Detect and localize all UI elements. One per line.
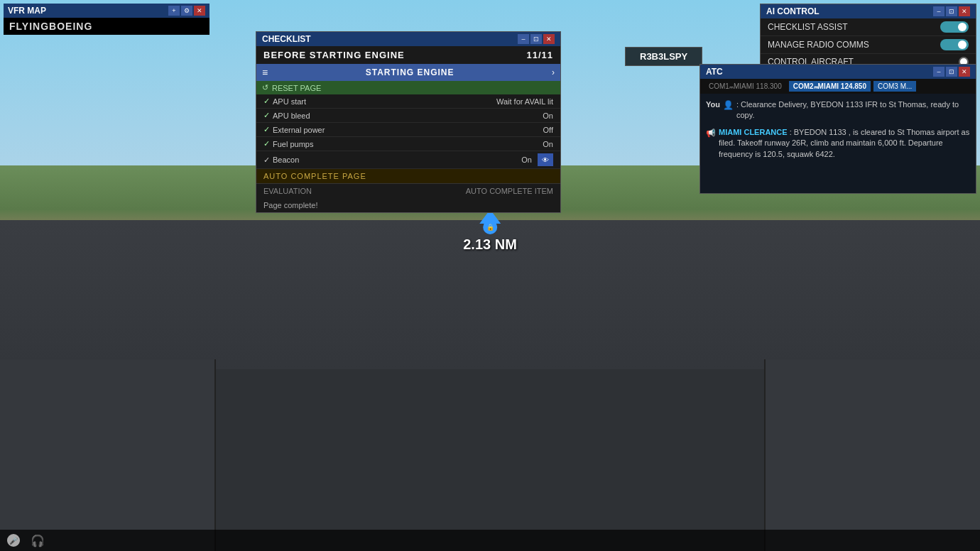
branding-bar: FLYINGBOEING — [4, 18, 209, 35]
item-name-ext-power: External power — [273, 126, 325, 134]
check-icon-fuel-pumps: ✓ — [263, 139, 270, 148]
com1-button[interactable]: COM1ₘMIAMI 118.300 — [704, 81, 786, 92]
atc-message-atc: 📢 MIAMI CLERANCE : BYEDON 1133 , is clea… — [706, 127, 970, 160]
cockpit-center-panel — [216, 369, 765, 551]
reset-icon: ↺ — [262, 83, 268, 92]
evaluation-label: EVALUATION — [263, 187, 312, 195]
cockpit-left-panel — [0, 359, 216, 551]
section-nav-arrow: › — [552, 67, 555, 77]
callsign-text: R3B3LSPY — [640, 51, 687, 62]
item-value-fuel-pumps: On — [543, 140, 553, 148]
cockpit-interior — [0, 220, 980, 551]
vfr-titlebar-controls: + ⚙ ✕ — [168, 6, 205, 16]
eye-icon-beacon[interactable]: 👁 — [538, 153, 553, 166]
item-value-apu-start: Wait for AVAIL lit — [496, 97, 553, 106]
checklist-page-progress: 11/11 — [526, 50, 553, 60]
checklist-section-nav[interactable]: ≡ STARTING ENGINE › — [256, 64, 560, 81]
atc-titlebar: ATC – ⊡ ✕ — [700, 65, 976, 79]
com2-button[interactable]: COM2ₘMIAMI 124.850 — [789, 81, 871, 92]
checklist-item-fuel-pumps[interactable]: ✓ Fuel pumps On — [256, 137, 560, 151]
vfr-map-window: VFR MAP + ⚙ ✕ FLYINGBOEING — [4, 4, 209, 35]
auto-complete-page-label: AUTO COMPLETE PAGE — [263, 172, 366, 180]
vfr-close-button[interactable]: ✕ — [194, 6, 205, 16]
atc-radio-bar: COM1ₘMIAMI 118.300 COM2ₘMIAMI 124.850 CO… — [700, 79, 976, 94]
atc-message-user: You 👤 : Clearance Delivery, BYEDON 1133 … — [706, 99, 970, 121]
vfr-title: VFR MAP — [8, 6, 46, 16]
status-bar: 🎤 🎧 — [0, 530, 980, 551]
checklist-assist-toggle[interactable] — [940, 21, 969, 33]
ai-checklist-assist-label: CHECKLIST ASSIST — [768, 22, 847, 32]
distance-value: 2.13 NM — [463, 236, 517, 253]
checklist-titlebar: CHECKLIST – ⊡ ✕ — [256, 32, 560, 46]
check-icon-beacon: ✓ — [263, 156, 270, 165]
headphone-icon[interactable]: 🎧 — [31, 534, 45, 547]
section-name: STARTING ENGINE — [268, 67, 552, 77]
checklist-page-name: BEFORE STARTING ENGINE — [263, 50, 405, 60]
atc-speaker-label: MIAMI CLERANCE — [719, 128, 788, 136]
ai-maximize-button[interactable]: ⊡ — [946, 6, 957, 16]
manage-radio-toggle[interactable] — [940, 39, 969, 50]
checklist-window: CHECKLIST – ⊡ ✕ BEFORE STARTING ENGINE 1… — [256, 31, 561, 213]
auto-complete-item-label: AUTO COMPLETE ITEM — [466, 187, 553, 195]
vfr-add-button[interactable]: + — [168, 6, 180, 16]
atc-maximize-button[interactable]: ⊡ — [946, 67, 957, 77]
callsign-box: R3B3LSPY — [625, 47, 702, 66]
toggle-circle-icon2 — [958, 40, 967, 49]
checklist-item-ext-power[interactable]: ✓ External power Off — [256, 123, 560, 137]
ai-minimize-button[interactable]: – — [933, 6, 944, 16]
atc-title: ATC — [706, 67, 723, 77]
atc-messages: You 👤 : Clearance Delivery, BYEDON 1133 … — [700, 94, 976, 193]
checklist-page-header: BEFORE STARTING ENGINE 11/11 — [256, 46, 560, 64]
auto-complete-page-button[interactable]: AUTO COMPLETE PAGE — [256, 169, 560, 183]
megaphone-icon: 📢 — [706, 128, 716, 138]
atc-window: ATC – ⊡ ✕ COM1ₘMIAMI 118.300 COM2ₘMIAMI … — [699, 64, 976, 194]
ai-control-window: AI CONTROL – ⊡ ✕ CHECKLIST ASSIST MANAGE… — [760, 4, 976, 71]
ai-checklist-assist-row: CHECKLIST ASSIST — [761, 18, 976, 36]
item-name-apu-start: APU start — [273, 97, 306, 106]
atc-close-button[interactable]: ✕ — [959, 67, 970, 77]
check-icon-apu-start: ✓ — [263, 97, 270, 106]
toggle-circle-icon — [958, 23, 967, 31]
item-name-apu-bleed: APU bleed — [273, 111, 310, 120]
ai-close-button[interactable]: ✕ — [959, 6, 970, 16]
checklist-item-apu-start[interactable]: ✓ APU start Wait for AVAIL lit — [256, 94, 560, 109]
user-message-text: : Clearance Delivery, BYEDON 1133 IFR to… — [736, 99, 970, 121]
item-name-fuel-pumps: Fuel pumps — [273, 140, 313, 148]
distance-indicator: 🔒 2.13 NM — [463, 209, 517, 253]
checklist-reset-button[interactable]: ↺ RESET PAGE — [256, 81, 560, 94]
reset-label: RESET PAGE — [272, 84, 321, 92]
branding-text: FLYINGBOEING — [9, 21, 92, 32]
cockpit-right-panel — [764, 359, 980, 551]
check-icon-apu-bleed: ✓ — [263, 111, 270, 120]
checklist-maximize-button[interactable]: ⊡ — [530, 34, 542, 44]
vfr-settings-button[interactable]: ⚙ — [181, 6, 192, 16]
item-value-apu-bleed: On — [543, 111, 553, 120]
user-speaker-label: You — [706, 99, 720, 110]
vfr-titlebar: VFR MAP + ⚙ ✕ — [4, 4, 209, 18]
checklist-item-apu-bleed[interactable]: ✓ APU bleed On — [256, 109, 560, 123]
checklist-minimize-button[interactable]: – — [518, 34, 529, 44]
ai-manage-radio-label: MANAGE RADIO COMMS — [768, 40, 869, 50]
item-value-ext-power: Off — [543, 126, 553, 134]
ai-manage-radio-row: MANAGE RADIO COMMS — [761, 36, 976, 54]
checklist-close-button[interactable]: ✕ — [543, 34, 555, 44]
page-complete-text: Page complete! — [256, 198, 560, 212]
ai-control-title: AI CONTROL — [766, 6, 820, 16]
person-icon: 👤 — [723, 99, 734, 111]
mic-icon[interactable]: 🎤 — [7, 534, 20, 547]
checklist-item-beacon[interactable]: ✓ Beacon On 👁 — [256, 151, 560, 169]
evaluation-row: EVALUATION AUTO COMPLETE ITEM — [256, 183, 560, 198]
section-menu-icon: ≡ — [262, 67, 268, 78]
ai-control-titlebar: AI CONTROL – ⊡ ✕ — [761, 4, 976, 18]
item-name-beacon: Beacon — [273, 156, 299, 164]
check-icon-ext-power: ✓ — [263, 125, 270, 134]
item-value-beacon: On — [521, 156, 532, 164]
atc-minimize-button[interactable]: – — [933, 67, 944, 77]
checklist-title: CHECKLIST — [262, 34, 311, 44]
com3-button[interactable]: COM3 M... — [873, 81, 916, 92]
